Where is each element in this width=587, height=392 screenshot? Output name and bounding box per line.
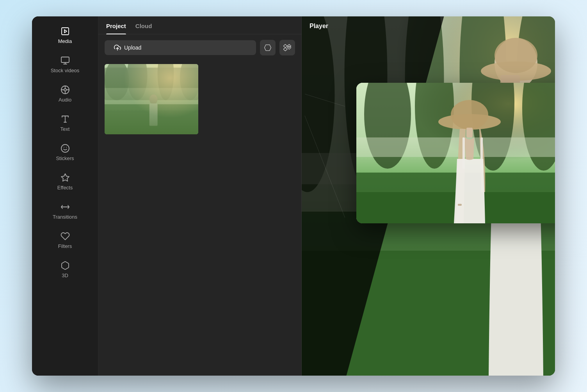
upload-button-label: Upload: [124, 45, 141, 51]
tab-project[interactable]: Project: [106, 23, 126, 34]
stickers-icon: [60, 143, 71, 154]
filters-icon: [60, 231, 71, 242]
svg-rect-61: [466, 128, 473, 137]
sidebar-item-effects[interactable]: Effects: [32, 167, 98, 195]
sidebar-item-3d[interactable]: 3D: [32, 255, 98, 283]
svg-point-22: [105, 64, 129, 100]
text-icon: [60, 114, 71, 125]
zoom-popup: [356, 83, 555, 223]
sidebar-item-label: Audio: [59, 97, 71, 103]
sidebar-item-label: Text: [60, 126, 70, 132]
svg-rect-0: [62, 28, 69, 35]
svg-point-60: [451, 100, 488, 130]
media-icon: [60, 26, 71, 37]
sidebar-item-text[interactable]: Text: [32, 109, 98, 137]
tab-cloud[interactable]: Cloud: [135, 23, 152, 34]
svg-point-13: [61, 144, 69, 152]
svg-rect-28: [105, 88, 198, 104]
dropbox-button[interactable]: [279, 40, 295, 55]
player-area: Player: [302, 16, 555, 376]
sidebar-item-label: Filters: [58, 243, 72, 249]
sidebar-item-label: Transitions: [53, 214, 77, 220]
sidebar-item-audio[interactable]: Audio: [32, 80, 98, 107]
panel-tabs: Project Cloud: [98, 16, 301, 34]
upload-button[interactable]: Upload: [105, 40, 256, 55]
stock-videos-icon: [60, 55, 71, 66]
sidebar-item-label: 3D: [62, 273, 68, 278]
google-drive-button[interactable]: [260, 40, 276, 55]
player-title: Player: [310, 23, 328, 30]
svg-marker-16: [61, 174, 69, 181]
svg-rect-27: [105, 110, 198, 134]
svg-rect-20: [105, 64, 198, 134]
panel-toolbar: Upload: [98, 34, 301, 61]
media-grid: [98, 61, 301, 137]
sidebar-item-stock-videos[interactable]: Stock videos: [32, 50, 98, 78]
svg-rect-21: [105, 68, 198, 100]
svg-marker-1: [64, 30, 67, 33]
svg-point-29: [149, 94, 158, 104]
app-window: Media Stock videos: [32, 16, 555, 376]
svg-rect-30: [149, 103, 158, 126]
svg-rect-2: [61, 57, 69, 62]
svg-point-24: [158, 64, 174, 100]
svg-point-45: [495, 38, 537, 73]
content-area: Project Cloud Upload: [98, 16, 555, 376]
sidebar-item-filters[interactable]: Filters: [32, 226, 98, 254]
svg-rect-56: [356, 137, 555, 157]
sidebar-item-media[interactable]: Media: [32, 21, 98, 49]
sidebar-item-label: Media: [58, 38, 72, 44]
svg-rect-64: [458, 204, 462, 206]
audio-icon: [60, 84, 71, 95]
media-thumbnail[interactable]: [105, 64, 198, 134]
left-panel: Project Cloud Upload: [98, 16, 301, 376]
svg-point-23: [127, 64, 147, 100]
svg-rect-26: [105, 104, 198, 134]
sidebar-item-stickers[interactable]: Stickers: [32, 138, 98, 166]
sidebar-item-label: Stickers: [56, 155, 74, 161]
svg-point-25: [180, 64, 198, 100]
sidebar-item-label: Effects: [57, 185, 73, 191]
transitions-icon: [60, 201, 71, 212]
thumbnail-image: [105, 64, 198, 134]
sidebar-item-transitions[interactable]: Transitions: [32, 197, 98, 225]
sidebar-item-label: Stock videos: [51, 68, 80, 73]
svg-rect-19: [105, 64, 198, 134]
effects-icon: [60, 172, 71, 183]
sidebar: Media Stock videos: [32, 16, 98, 376]
3d-icon: [60, 260, 71, 271]
